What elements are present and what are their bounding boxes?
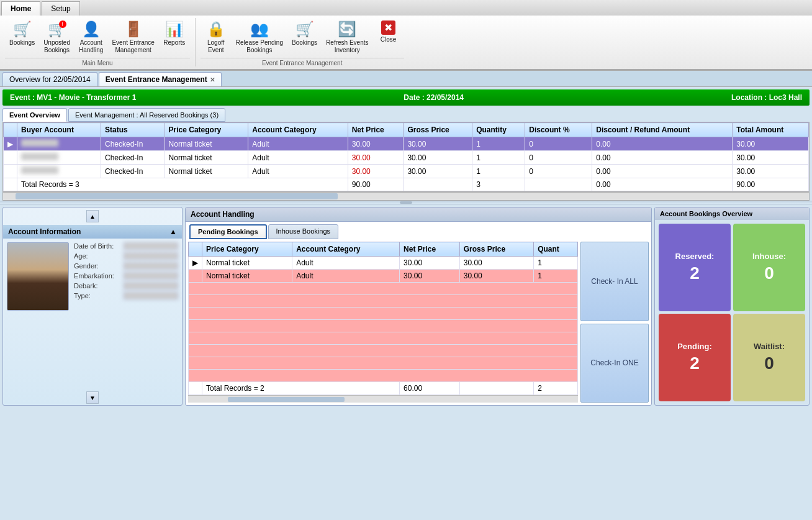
reserved-label: Reserved:: [675, 252, 715, 261]
pending-row-qty: 1: [534, 257, 578, 270]
row-gross: 30.00: [404, 137, 472, 151]
col-refund[interactable]: Discount / Refund Amount: [592, 123, 733, 137]
check-in-buttons-group: Check- In ALL Check-In ONE: [580, 242, 649, 403]
pending-footer-label: Total Records = 2: [202, 382, 400, 395]
event-entrance-button[interactable]: 🚪 Event EntranceManagement: [107, 18, 158, 57]
pending-empty-row: [189, 332, 578, 345]
section-divider: [0, 201, 812, 204]
account-handling-button[interactable]: 👤 AccountHandling: [74, 18, 107, 57]
pending-col-price-cat[interactable]: Price Category: [202, 242, 292, 257]
inhouse-bookings-tab[interactable]: Inhouse Bookings: [268, 224, 338, 239]
refresh-events-button[interactable]: 🔄 Refresh EventsInventory: [322, 18, 372, 57]
page-tab-overview[interactable]: Overview for 22/05/2014: [2, 72, 97, 86]
logoff-event-button[interactable]: 🔒 LogoffEvent: [201, 18, 232, 57]
pending-row-arrow: ▶: [189, 257, 202, 270]
pending-table-row[interactable]: ▶ Normal ticket Adult 30.00 30.00 1: [189, 257, 578, 270]
bookings-scrollbar[interactable]: [2, 192, 810, 201]
pending-row-price-cat: Normal ticket: [202, 257, 292, 270]
refresh-label: Refresh EventsInventory: [326, 39, 368, 54]
reports-button[interactable]: 📊 Reports: [159, 18, 190, 57]
unposted-icon: 🛒!: [48, 21, 66, 38]
bookings-label: Bookings: [9, 39, 35, 47]
section-tab-management[interactable]: Event Management : All Reserved Bookings…: [68, 108, 225, 122]
col-acct-cat[interactable]: Account Category: [248, 123, 348, 137]
bookings-overview-panel: Account Bookings Overview Reserved: 2 In…: [654, 207, 810, 406]
tab-setup[interactable]: Setup: [42, 1, 79, 16]
dob-value: [124, 242, 178, 250]
table-row[interactable]: Checked-In Normal ticket Adult 30.00 30.…: [4, 151, 809, 165]
row-arrow: ▶: [4, 137, 17, 151]
overview-tab-label: Overview for 22/05/2014: [9, 75, 91, 84]
pending-col-acct-cat[interactable]: Account Category: [292, 242, 400, 257]
account-panel-collapse[interactable]: ▲: [169, 227, 177, 236]
pending-table-area: Price Category Account Category Net Pric…: [188, 242, 578, 403]
pending-col-gross[interactable]: Gross Price: [459, 242, 533, 257]
bookings-button[interactable]: 🛒 Bookings: [5, 18, 39, 57]
inhouse-card: Inhouse: 0: [733, 224, 805, 311]
release-pending-button[interactable]: 👥 Release PendingBookings: [232, 18, 287, 57]
col-qty[interactable]: Quantity: [472, 123, 525, 137]
debark-value: [124, 282, 178, 290]
unposted-bookings-button[interactable]: 🛒! UnpostedBookings: [39, 18, 74, 57]
main-menu-label: Main Menu: [5, 58, 190, 66]
account-fields: Date of Birth: Age: Gender: Embarkation:…: [74, 242, 178, 386]
bookings2-button[interactable]: 🛒 Bookings: [287, 18, 322, 57]
col-status[interactable]: Status: [101, 123, 165, 137]
row-price-cat: Normal ticket: [165, 151, 248, 165]
col-price-cat[interactable]: Price Category: [165, 123, 248, 137]
pending-col-qty[interactable]: Quant: [534, 242, 578, 257]
tab-home[interactable]: Home: [1, 1, 40, 16]
row-status: Checked-In: [101, 165, 165, 178]
row-arrow: [4, 165, 17, 178]
account-panel-title: Account Information: [8, 227, 81, 236]
type-label: Type:: [74, 292, 124, 299]
row-gross: 30.00: [404, 151, 472, 165]
row-buyer: [17, 137, 101, 151]
pending-bookings-tab[interactable]: Pending Bookings: [189, 224, 267, 239]
ribbon-group-main-menu: 🛒 Bookings 🛒! UnpostedBookings 👤 Account…: [0, 18, 196, 66]
col-gross[interactable]: Gross Price: [404, 123, 472, 137]
embarkation-label: Embarkation:: [74, 272, 124, 280]
close-icon: ✖: [381, 21, 395, 35]
section-tab-overview[interactable]: Event Overview: [2, 108, 67, 122]
row-price-cat: Normal ticket: [165, 137, 248, 151]
close-button[interactable]: ✖ Close: [373, 18, 404, 57]
check-in-one-button[interactable]: Check-In ONE: [580, 324, 649, 403]
col-arrow: [4, 123, 17, 137]
release-icon: 👥: [250, 21, 269, 38]
divider-dot: [400, 201, 412, 204]
age-field-row: Age:: [74, 252, 178, 260]
reserved-value: 2: [690, 263, 700, 283]
scrollbar-thumb[interactable]: [16, 193, 338, 199]
pending-card: Pending: 2: [659, 314, 731, 401]
col-net[interactable]: Net Price: [348, 123, 404, 137]
table-row[interactable]: Checked-In Normal ticket Adult 30.00 30.…: [4, 165, 809, 178]
entrance-tab-close[interactable]: ✕: [210, 76, 215, 83]
close-label: Close: [381, 36, 397, 43]
expand-button[interactable]: ▼: [86, 391, 99, 404]
col-discount[interactable]: Discount %: [525, 123, 592, 137]
account-panel-body: Date of Birth: Age: Gender: Embarkation:…: [3, 239, 182, 390]
logoff-label: LogoffEvent: [207, 39, 225, 54]
table-row[interactable]: ▶ Checked-In Normal ticket Adult 30.00 3…: [4, 137, 809, 151]
col-buyer[interactable]: Buyer Account: [17, 123, 101, 137]
col-total[interactable]: Total Amount: [733, 123, 809, 137]
pending-scrollbar-thumb[interactable]: [228, 397, 344, 402]
collapse-button[interactable]: ▲: [86, 210, 99, 222]
account-label: AccountHandling: [79, 39, 103, 54]
pending-table-row[interactable]: Normal ticket Adult 30.00 30.00 1: [189, 270, 578, 283]
page-tab-entrance[interactable]: Event Entrance Management ✕: [99, 72, 222, 86]
pending-scrollbar[interactable]: [188, 395, 578, 403]
pending-bookings-table: Price Category Account Category Net Pric…: [188, 242, 578, 395]
bookings-table: Buyer Account Status Price Category Acco…: [3, 122, 809, 191]
pending-row-net2: 30.00: [400, 270, 460, 283]
pending-empty-row: [189, 295, 578, 308]
event-entrance-label: Event EntranceManagement: [112, 39, 154, 54]
pending-table-scroll[interactable]: Price Category Account Category Net Pric…: [188, 242, 578, 395]
row-acct-cat: Adult: [248, 165, 348, 178]
row-buyer: [17, 151, 101, 165]
pending-row-price-cat2: Normal ticket: [202, 270, 292, 283]
pending-col-net[interactable]: Net Price: [400, 242, 460, 257]
check-in-all-button[interactable]: Check- In ALL: [580, 242, 649, 321]
table-footer-row: Total Records = 3 90.00 3 0.00 90.00: [4, 178, 809, 191]
